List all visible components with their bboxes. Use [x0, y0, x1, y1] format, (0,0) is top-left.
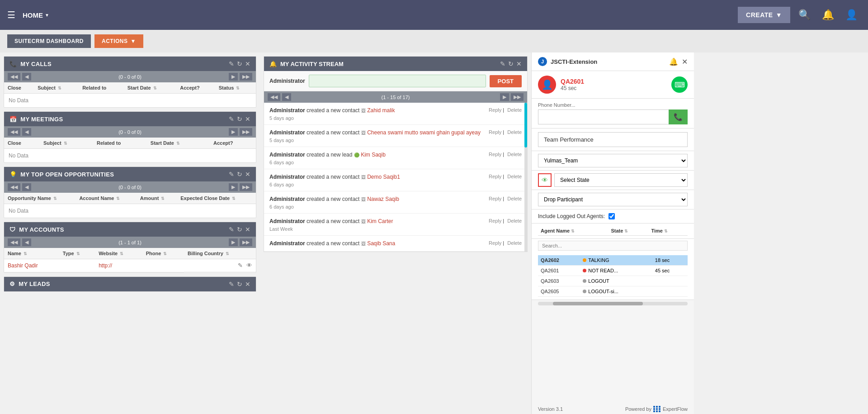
calls-edit-icon[interactable]: ✎: [229, 60, 234, 67]
calls-next-last[interactable]: ▶▶: [240, 73, 252, 81]
calls-next[interactable]: ▶: [229, 73, 238, 81]
accounts-next-last[interactable]: ▶▶: [240, 238, 252, 246]
opportunities-refresh-icon[interactable]: ↻: [237, 171, 242, 178]
meetings-prev[interactable]: ◀: [22, 128, 31, 136]
activity-link[interactable]: Kim Carter: [367, 218, 393, 224]
activity-scrollbar[interactable]: [524, 103, 527, 252]
accounts-col-name[interactable]: Name ⇅: [4, 248, 59, 259]
activity-next[interactable]: ▶: [500, 93, 509, 101]
delete-link[interactable]: Delete: [507, 196, 522, 201]
meetings-edit-icon[interactable]: ✎: [229, 115, 234, 123]
meetings-refresh-icon[interactable]: ↻: [237, 115, 242, 123]
opp-next[interactable]: ▶: [229, 183, 238, 191]
leads-refresh-icon[interactable]: ↻: [237, 281, 242, 288]
accounts-col-type[interactable]: Type ⇅: [59, 248, 95, 259]
agents-col-name[interactable]: Agent Name ⇅: [538, 226, 608, 236]
calls-close-icon[interactable]: ✕: [245, 60, 250, 67]
activity-link[interactable]: Kim Saqib: [361, 152, 386, 158]
jscti-close-icon[interactable]: ✕: [682, 57, 688, 66]
accounts-next[interactable]: ▶: [229, 238, 238, 246]
opp-prev-first[interactable]: ◀◀: [8, 183, 20, 191]
meetings-prev-first[interactable]: ◀◀: [8, 128, 20, 136]
create-button[interactable]: CREATE ▼: [738, 7, 790, 23]
search-button[interactable]: 🔍: [795, 5, 814, 24]
activity-prev-first[interactable]: ◀◀: [268, 93, 280, 101]
home-button[interactable]: HOME ▼: [23, 11, 49, 19]
opp-next-last[interactable]: ▶▶: [240, 183, 252, 191]
accounts-prev-first[interactable]: ◀◀: [8, 238, 20, 246]
meetings-col-startdate[interactable]: Start Date ⇅: [147, 138, 210, 149]
drop-participant-select[interactable]: Drop Participant: [538, 193, 688, 206]
team-performance-button[interactable]: Team Performance: [538, 132, 688, 147]
include-logged-out-checkbox[interactable]: [609, 213, 615, 219]
activity-time: 6 days ago: [269, 204, 522, 209]
agents-search-input[interactable]: [538, 241, 688, 251]
user-profile-button[interactable]: 👤: [842, 5, 861, 24]
calls-refresh-icon[interactable]: ↻: [237, 60, 242, 67]
delete-link[interactable]: Delete: [507, 240, 522, 246]
team-select[interactable]: Yulmas_Team: [538, 154, 688, 167]
activity-edit-icon[interactable]: ✎: [500, 60, 505, 67]
delete-link[interactable]: Delete: [507, 152, 522, 157]
actions-tab[interactable]: ACTIONS ▼: [94, 34, 143, 48]
activity-refresh-icon[interactable]: ↻: [508, 60, 514, 67]
accounts-refresh-icon[interactable]: ↻: [237, 226, 242, 233]
accounts-prev[interactable]: ◀: [22, 238, 31, 246]
accounts-col-website[interactable]: Website ⇅: [95, 248, 142, 259]
activity-link[interactable]: Demo Saqib1: [367, 174, 400, 180]
meetings-next-last[interactable]: ▶▶: [240, 128, 252, 136]
accounts-col-phone[interactable]: Phone ⇅: [142, 248, 184, 259]
edit-icon[interactable]: ✎: [238, 262, 243, 269]
reply-link[interactable]: Reply: [489, 218, 501, 224]
delete-link[interactable]: Delete: [507, 174, 522, 179]
leads-close-icon[interactable]: ✕: [245, 281, 250, 288]
phone-number-input[interactable]: [538, 109, 669, 124]
accounts-edit-icon[interactable]: ✎: [229, 226, 234, 233]
activity-input[interactable]: [309, 75, 486, 87]
post-button[interactable]: POST: [490, 75, 522, 87]
activity-next-last[interactable]: ▶▶: [511, 93, 524, 101]
calls-col-startdate[interactable]: Start Date ⇅: [124, 82, 177, 94]
agents-col-time[interactable]: Time ⇅: [648, 226, 688, 236]
eye-button[interactable]: 👁: [538, 173, 552, 187]
agent-state: TALKING: [580, 255, 652, 266]
state-select[interactable]: Select State: [554, 173, 688, 187]
phone-call-button[interactable]: 📞: [669, 109, 688, 124]
reply-link[interactable]: Reply: [489, 129, 501, 135]
accounts-close-icon[interactable]: ✕: [245, 226, 250, 233]
delete-link[interactable]: Delete: [507, 129, 522, 135]
leads-edit-icon[interactable]: ✎: [229, 281, 234, 288]
meetings-next[interactable]: ▶: [229, 128, 238, 136]
notifications-button[interactable]: 🔔: [818, 5, 837, 24]
reply-link[interactable]: Reply: [489, 174, 501, 179]
reply-link[interactable]: Reply: [489, 107, 501, 113]
accounts-col-billing[interactable]: Billing Country ⇅: [184, 248, 256, 259]
opp-prev[interactable]: ◀: [22, 183, 31, 191]
agents-col-state[interactable]: State ⇅: [608, 226, 648, 236]
reply-link[interactable]: Reply: [489, 196, 501, 201]
calls-no-data: No Data: [4, 94, 256, 107]
hamburger-icon[interactable]: ☰: [7, 10, 15, 20]
jscti-bell-icon[interactable]: 🔔: [669, 57, 678, 66]
calls-col-subject[interactable]: Subject ⇅: [34, 82, 79, 94]
activity-link[interactable]: Zahid malik: [367, 107, 395, 114]
dial-button[interactable]: ⌨: [671, 76, 688, 93]
calls-col-status[interactable]: Status ⇅: [215, 82, 256, 94]
calls-prev-first[interactable]: ◀◀: [8, 73, 20, 81]
reply-link[interactable]: Reply: [489, 152, 501, 157]
activity-link[interactable]: Saqib Sana: [367, 240, 395, 247]
delete-link[interactable]: Delete: [507, 218, 522, 224]
view-icon[interactable]: 👁: [246, 262, 252, 269]
activity-link[interactable]: Nawaz Saqib: [367, 196, 399, 202]
meetings-col-subject[interactable]: Subject ⇅: [40, 138, 93, 149]
opportunities-close-icon[interactable]: ✕: [245, 171, 250, 178]
activity-link[interactable]: Cheena swami mutto swami ghain gupal aye…: [367, 129, 481, 136]
activity-prev[interactable]: ◀: [282, 93, 291, 101]
calls-prev[interactable]: ◀: [22, 73, 31, 81]
activity-close-icon[interactable]: ✕: [516, 60, 522, 67]
delete-link[interactable]: Delete: [507, 107, 522, 113]
opportunities-edit-icon[interactable]: ✎: [229, 171, 234, 178]
reply-link[interactable]: Reply: [489, 240, 501, 246]
suitecrm-dashboard-tab[interactable]: SUITECRM DASHBOARD: [7, 34, 91, 48]
meetings-close-icon[interactable]: ✕: [245, 115, 250, 123]
